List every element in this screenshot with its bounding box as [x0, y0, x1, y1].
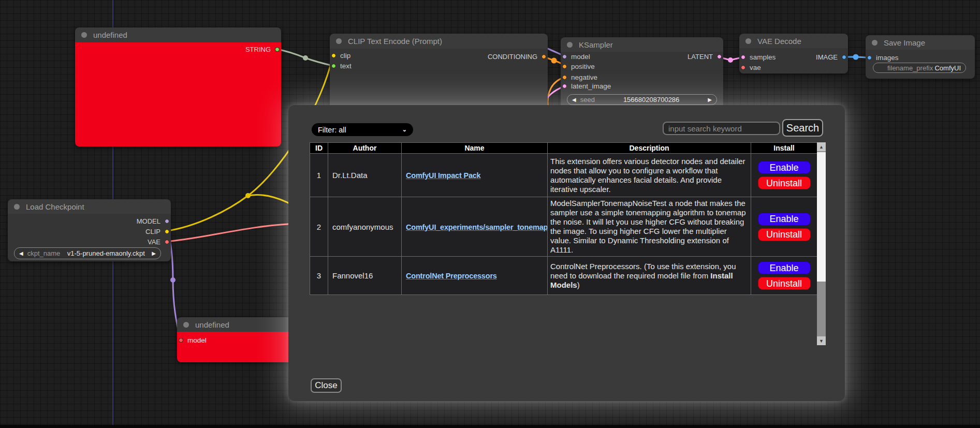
- samples-input-dot-icon[interactable]: [741, 55, 745, 60]
- header-description: Description: [548, 143, 751, 154]
- extension-table: ID Author Name Description Install 1 Dr.…: [310, 142, 817, 295]
- input-latent-image-port[interactable]: latent_image: [562, 82, 611, 90]
- input-positive-port[interactable]: positive: [562, 63, 595, 70]
- node-title: VAE Decode: [757, 37, 801, 46]
- output-string-label: STRING: [245, 46, 271, 53]
- images-input-dot-icon[interactable]: [867, 55, 872, 60]
- output-vae-port[interactable]: VAE: [148, 238, 169, 245]
- node-header[interactable]: CLIP Text Encode (Prompt): [330, 34, 548, 49]
- link-clip-dot[interactable]: [245, 193, 251, 198]
- filename-prefix-widget[interactable]: filename_prefix ComfyUI: [873, 63, 966, 73]
- ckpt-name-widget[interactable]: ◀ ckpt_name v1-5-pruned-emaonly.ckpt ▶: [14, 247, 161, 259]
- output-image-port[interactable]: IMAGE: [816, 53, 846, 61]
- vae-input-dot-icon[interactable]: [741, 65, 745, 70]
- node-save-image[interactable]: Save Image images filename_prefix ComfyU…: [866, 35, 975, 79]
- node-header[interactable]: Save Image: [866, 35, 975, 50]
- link-string-dot[interactable]: [303, 55, 308, 61]
- link-image-dot[interactable]: [853, 54, 859, 60]
- node-header[interactable]: VAE Decode: [739, 34, 848, 48]
- node-body: images filename_prefix ComfyUI: [866, 50, 975, 79]
- image-output-label: IMAGE: [816, 53, 838, 61]
- canvas-bottom-edge: [0, 425, 980, 428]
- clip-input-label: clip: [340, 52, 350, 60]
- enable-button[interactable]: Enable: [758, 213, 811, 226]
- clip-output-dot-icon[interactable]: [165, 229, 169, 234]
- input-samples-port[interactable]: samples: [741, 53, 776, 61]
- scroll-down-icon[interactable]: ▼: [817, 336, 826, 345]
- vae-output-dot-icon[interactable]: [165, 240, 169, 244]
- seed-decrement-icon[interactable]: ◀: [572, 97, 576, 102]
- uninstall-button[interactable]: Uninstall: [758, 277, 811, 290]
- text-input-label: text: [340, 62, 352, 70]
- link-model-dot[interactable]: [170, 277, 175, 283]
- node-header[interactable]: undefined: [75, 27, 281, 42]
- input-vae-port[interactable]: vae: [741, 64, 761, 71]
- output-string-port[interactable]: STRING: [245, 46, 280, 53]
- ckpt-prev-icon[interactable]: ◀: [19, 251, 23, 256]
- link-conditioning-dot[interactable]: [551, 58, 557, 64]
- seed-widget[interactable]: ◀ seed 156680208700286 ▶: [567, 94, 717, 105]
- node-ksampler[interactable]: KSampler model positive negative latent_…: [561, 37, 723, 110]
- node-header[interactable]: KSampler: [561, 37, 723, 52]
- output-latent-port[interactable]: LATENT: [688, 53, 722, 60]
- node-status-dot: [745, 38, 751, 44]
- model-input-dot-icon[interactable]: [562, 54, 567, 59]
- row-description: ModelSamplerTonemapNoiseTest a node that…: [548, 197, 751, 257]
- node-clip-text-encode[interactable]: CLIP Text Encode (Prompt) clip text COND…: [330, 34, 548, 111]
- text-input-dot-icon[interactable]: [331, 64, 336, 68]
- header-id: ID: [310, 143, 328, 154]
- row-description: ControlNet Preprocessors. (To use this e…: [548, 257, 751, 295]
- row-author: Fannovel16: [328, 257, 402, 295]
- row-author: Dr.Lt.Data: [328, 154, 402, 197]
- enable-button[interactable]: Enable: [758, 261, 811, 274]
- seed-increment-icon[interactable]: ▶: [708, 97, 712, 102]
- search-input[interactable]: [663, 122, 780, 135]
- conditioning-output-dot-icon[interactable]: [542, 54, 546, 59]
- ckpt-name-label: ckpt_name: [27, 249, 61, 257]
- node-status-dot: [872, 40, 877, 46]
- input-images-port[interactable]: images: [867, 54, 899, 61]
- output-model-port[interactable]: MODEL: [137, 217, 169, 225]
- extension-link[interactable]: ControlNet Preprocessors: [406, 272, 497, 280]
- clip-input-dot-icon[interactable]: [331, 53, 336, 58]
- ckpt-next-icon[interactable]: ▶: [152, 251, 156, 256]
- string-output-dot-icon[interactable]: [275, 47, 280, 52]
- close-button[interactable]: Close: [311, 378, 342, 393]
- row-id: 3: [310, 257, 328, 295]
- filter-select[interactable]: Filter: all ⌄: [312, 123, 413, 136]
- latent-output-dot-icon[interactable]: [717, 54, 722, 59]
- table-scrollbar[interactable]: ▲ ▼: [817, 142, 826, 345]
- node-undefined-top[interactable]: undefined STRING: [75, 27, 281, 146]
- positive-input-dot-icon[interactable]: [562, 64, 567, 69]
- input-clip-port[interactable]: clip: [331, 52, 350, 59]
- uninstall-button[interactable]: Uninstall: [758, 228, 811, 241]
- node-header[interactable]: Load Checkpoint: [8, 199, 171, 214]
- seed-value: 156680208700286: [623, 96, 679, 104]
- node-vae-decode[interactable]: VAE Decode samples vae IMAGE: [739, 34, 848, 73]
- enable-button[interactable]: Enable: [758, 161, 811, 174]
- model-output-dot-icon[interactable]: [165, 219, 169, 224]
- extension-link[interactable]: ComfyUI Impact Pack: [406, 171, 480, 180]
- output-clip-port[interactable]: CLIP: [145, 228, 169, 235]
- input-negative-port[interactable]: negative: [562, 73, 597, 81]
- conditioning-output-label: CONDITIONING: [488, 53, 537, 61]
- input-model-port[interactable]: model: [562, 53, 590, 60]
- node-load-checkpoint[interactable]: Load Checkpoint MODEL CLIP VAE ◀ ckpt_na…: [8, 199, 171, 261]
- link-latent-dot[interactable]: [728, 57, 733, 63]
- input-model-port[interactable]: model: [179, 336, 207, 344]
- row-id: 1: [310, 154, 328, 197]
- ckpt-name-value: v1-5-pruned-emaonly.ckpt: [67, 249, 145, 257]
- scrollbar-thumb[interactable]: [817, 152, 826, 282]
- row-description: This extension offers various detector n…: [548, 154, 751, 197]
- model-input-dot-icon[interactable]: [179, 338, 183, 343]
- uninstall-button[interactable]: Uninstall: [758, 176, 811, 189]
- extension-link[interactable]: ComfyUI_experiments/sampler_tonemap: [406, 223, 548, 231]
- input-text-port[interactable]: text: [331, 62, 352, 69]
- scroll-up-icon[interactable]: ▲: [817, 142, 826, 151]
- negative-input-dot-icon[interactable]: [562, 75, 567, 80]
- search-button[interactable]: Search: [782, 119, 823, 137]
- output-conditioning-port[interactable]: CONDITIONING: [488, 53, 546, 60]
- image-output-dot-icon[interactable]: [842, 55, 846, 60]
- row-id: 2: [310, 197, 328, 257]
- latent-input-dot-icon[interactable]: [562, 84, 567, 88]
